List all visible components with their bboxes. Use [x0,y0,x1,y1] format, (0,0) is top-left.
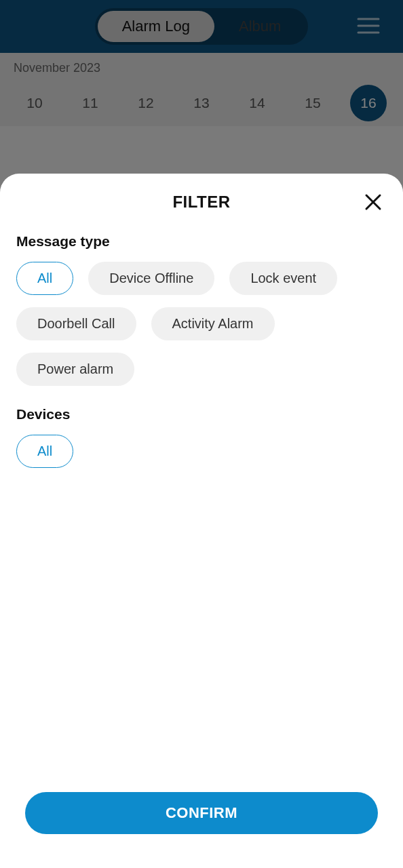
devices-label: Devices [16,406,387,422]
devices-chips: All [16,435,387,468]
chip-activity-alarm[interactable]: Activity Alarm [151,307,275,340]
confirm-button[interactable]: CONFIRM [25,792,378,834]
message-type-label: Message type [16,233,387,250]
sheet-header: FILTER [16,193,387,212]
spacer [16,488,387,792]
chip-device-offline[interactable]: Device Offline [88,262,214,295]
chip-doorbell-call[interactable]: Doorbell Call [16,307,136,340]
message-type-chips: All Device Offline Lock event Doorbell C… [16,262,387,386]
chip-device-all[interactable]: All [16,435,73,468]
chip-lock-event[interactable]: Lock event [229,262,337,295]
filter-sheet: FILTER Message type All Device Offline L… [0,174,403,868]
filter-title: FILTER [16,193,387,212]
chip-all[interactable]: All [16,262,73,295]
chip-power-alarm[interactable]: Power alarm [16,353,134,386]
close-icon[interactable] [362,191,384,213]
